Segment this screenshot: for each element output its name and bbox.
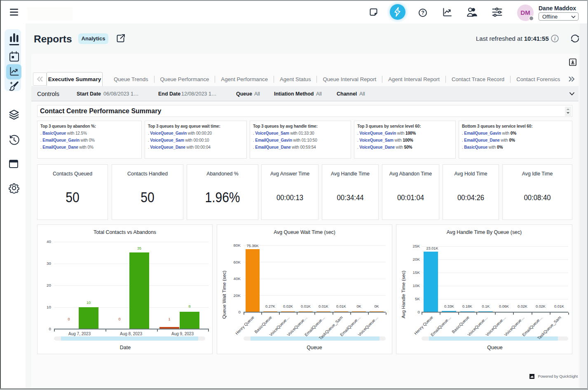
svg-text:i: i <box>554 36 556 41</box>
